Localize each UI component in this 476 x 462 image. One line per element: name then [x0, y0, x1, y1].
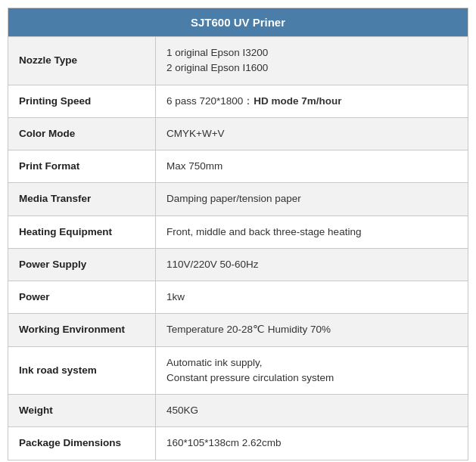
spec-value: Damping paper/tension paper	[156, 183, 468, 215]
table-row: Heating EquipmentFront, middle and back …	[8, 215, 468, 248]
spec-label: Media Transfer	[8, 183, 156, 215]
spec-value: 1 original Epson I32002 original Epson I…	[156, 37, 468, 85]
table-row: Power1kw	[8, 281, 468, 314]
table-row: Printing Speed6 pass 720*1800：HD mode 7m…	[8, 85, 468, 117]
spec-value: 110V/220V 50-60Hz	[156, 248, 468, 281]
spec-label: Print Format	[8, 150, 156, 183]
table-row: Ink road systemAutomatic ink supply,Cons…	[8, 346, 468, 395]
table-row: Package Dimensions160*105*138cm 2.62cmb	[8, 427, 468, 460]
spec-value: Front, middle and back three-stage heati…	[156, 215, 468, 248]
table-row: Media TransferDamping paper/tension pape…	[8, 183, 468, 215]
spec-label: Ink road system	[8, 346, 156, 395]
spec-label: Power	[8, 281, 156, 314]
spec-label: Weight	[8, 395, 156, 427]
table-header-title: SJT600 UV Priner	[8, 8, 468, 37]
spec-value: 450KG	[156, 395, 468, 427]
spec-value: Max 750mm	[156, 150, 468, 183]
spec-value: CMYK+W+V	[156, 117, 468, 150]
spec-label: Package Dimensions	[8, 427, 156, 460]
spec-value: Temperature 20-28℃ Humidity 70%	[156, 314, 468, 346]
table-row: Print FormatMax 750mm	[8, 150, 468, 183]
spec-table: SJT600 UV Priner Nozzle Type1 original E…	[8, 8, 468, 460]
table-row: Weight450KG	[8, 395, 468, 427]
spec-value: 1kw	[156, 281, 468, 314]
spec-label: Power Supply	[8, 248, 156, 281]
spec-value: Automatic ink supply,Constant pressure c…	[156, 346, 468, 395]
spec-label: Heating Equipment	[8, 215, 156, 248]
spec-label: Working Environment	[8, 314, 156, 346]
spec-value: 160*105*138cm 2.62cmb	[156, 427, 468, 460]
table-row: Color ModeCMYK+W+V	[8, 117, 468, 150]
table-row: Nozzle Type1 original Epson I32002 origi…	[8, 37, 468, 85]
spec-label: Nozzle Type	[8, 37, 156, 85]
spec-label: Printing Speed	[8, 85, 156, 117]
spec-value: 6 pass 720*1800：HD mode 7m/hour	[156, 85, 468, 117]
table-row: Working EnvironmentTemperature 20-28℃ Hu…	[8, 314, 468, 346]
table-row: Power Supply110V/220V 50-60Hz	[8, 248, 468, 281]
spec-label: Color Mode	[8, 117, 156, 150]
